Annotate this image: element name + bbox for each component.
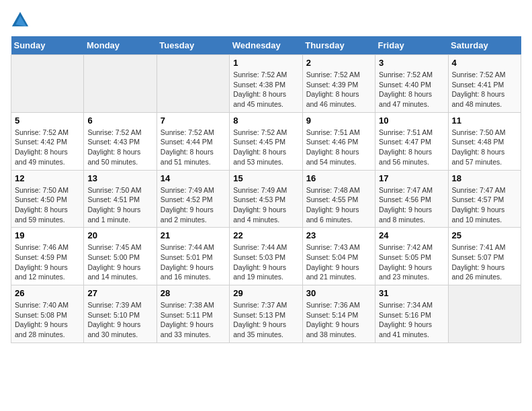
day-info: Sunrise: 7:50 AM Sunset: 4:51 PM Dayligh… [87,185,152,225]
day-number: 4 [452,58,517,68]
calendar-cell: 27Sunrise: 7:39 AM Sunset: 5:10 PM Dayli… [84,285,157,343]
day-info: Sunrise: 7:38 AM Sunset: 5:11 PM Dayligh… [161,300,226,340]
day-info: Sunrise: 7:51 AM Sunset: 4:46 PM Dayligh… [306,128,371,167]
day-info: Sunrise: 7:42 AM Sunset: 5:05 PM Dayligh… [379,242,444,282]
day-info: Sunrise: 7:44 AM Sunset: 5:01 PM Dayligh… [161,242,226,282]
day-info: Sunrise: 7:52 AM Sunset: 4:43 PM Dayligh… [87,128,152,167]
day-info: Sunrise: 7:39 AM Sunset: 5:10 PM Dayligh… [87,300,152,340]
calendar-cell: 19Sunrise: 7:46 AM Sunset: 4:59 PM Dayli… [11,228,84,285]
header-cell-wednesday: Wednesday [230,36,302,55]
day-number: 3 [379,58,444,68]
day-info: Sunrise: 7:49 AM Sunset: 4:53 PM Dayligh… [233,185,298,225]
day-number: 5 [15,116,80,126]
day-number: 8 [233,116,298,126]
day-number: 29 [233,288,298,298]
header-cell-friday: Friday [375,36,448,55]
header-cell-saturday: Saturday [448,36,521,55]
day-number: 21 [161,230,226,240]
day-info: Sunrise: 7:50 AM Sunset: 4:48 PM Dayligh… [452,128,517,167]
day-info: Sunrise: 7:43 AM Sunset: 5:04 PM Dayligh… [306,242,371,282]
calendar-cell: 29Sunrise: 7:37 AM Sunset: 5:13 PM Dayli… [230,285,302,343]
calendar-header-row: SundayMondayTuesdayWednesdayThursdayFrid… [11,36,521,55]
header-cell-sunday: Sunday [11,36,84,55]
calendar-cell: 23Sunrise: 7:43 AM Sunset: 5:04 PM Dayli… [302,228,375,285]
calendar-cell: 26Sunrise: 7:40 AM Sunset: 5:08 PM Dayli… [11,285,84,343]
calendar-cell: 4Sunrise: 7:52 AM Sunset: 4:41 PM Daylig… [448,55,521,113]
day-info: Sunrise: 7:52 AM Sunset: 4:44 PM Dayligh… [161,128,226,167]
day-number: 17 [379,173,444,183]
day-number: 23 [306,230,371,240]
calendar-week-row: 26Sunrise: 7:40 AM Sunset: 5:08 PM Dayli… [11,285,521,343]
calendar-cell: 30Sunrise: 7:36 AM Sunset: 5:14 PM Dayli… [302,285,375,343]
day-info: Sunrise: 7:34 AM Sunset: 5:16 PM Dayligh… [379,300,444,340]
day-info: Sunrise: 7:46 AM Sunset: 4:59 PM Dayligh… [15,242,80,282]
calendar-cell: 3Sunrise: 7:52 AM Sunset: 4:40 PM Daylig… [375,55,448,113]
day-number: 10 [379,116,444,126]
day-number: 30 [306,288,371,298]
calendar-cell: 24Sunrise: 7:42 AM Sunset: 5:05 PM Dayli… [375,228,448,285]
day-number: 18 [452,173,517,183]
calendar-cell: 9Sunrise: 7:51 AM Sunset: 4:46 PM Daylig… [302,112,375,170]
calendar-cell: 8Sunrise: 7:52 AM Sunset: 4:45 PM Daylig… [230,112,302,170]
calendar-week-row: 1Sunrise: 7:52 AM Sunset: 4:38 PM Daylig… [11,55,521,113]
calendar-cell [448,285,521,343]
logo [11,11,32,30]
calendar-cell: 28Sunrise: 7:38 AM Sunset: 5:11 PM Dayli… [157,285,229,343]
day-info: Sunrise: 7:45 AM Sunset: 5:00 PM Dayligh… [87,242,152,282]
day-number: 9 [306,116,371,126]
day-info: Sunrise: 7:51 AM Sunset: 4:47 PM Dayligh… [379,128,444,167]
day-info: Sunrise: 7:37 AM Sunset: 5:13 PM Dayligh… [233,300,298,340]
calendar-cell [11,55,84,113]
day-info: Sunrise: 7:40 AM Sunset: 5:08 PM Dayligh… [15,300,80,340]
day-number: 12 [15,173,80,183]
day-number: 27 [87,288,152,298]
page-header [11,11,521,30]
day-info: Sunrise: 7:49 AM Sunset: 4:52 PM Dayligh… [161,185,226,225]
day-number: 19 [15,230,80,240]
day-number: 1 [233,58,298,68]
calendar-cell: 7Sunrise: 7:52 AM Sunset: 4:44 PM Daylig… [157,112,229,170]
calendar-cell: 16Sunrise: 7:48 AM Sunset: 4:55 PM Dayli… [302,170,375,228]
calendar-cell: 6Sunrise: 7:52 AM Sunset: 4:43 PM Daylig… [84,112,157,170]
calendar-cell: 20Sunrise: 7:45 AM Sunset: 5:00 PM Dayli… [84,228,157,285]
day-number: 26 [15,288,80,298]
calendar-cell: 13Sunrise: 7:50 AM Sunset: 4:51 PM Dayli… [84,170,157,228]
day-info: Sunrise: 7:50 AM Sunset: 4:50 PM Dayligh… [15,185,80,225]
day-number: 6 [87,116,152,126]
day-number: 16 [306,173,371,183]
header-cell-tuesday: Tuesday [157,36,229,55]
calendar-cell: 31Sunrise: 7:34 AM Sunset: 5:16 PM Dayli… [375,285,448,343]
day-number: 13 [87,173,152,183]
logo-icon [11,11,30,30]
header-cell-monday: Monday [84,36,157,55]
calendar-cell: 15Sunrise: 7:49 AM Sunset: 4:53 PM Dayli… [230,170,302,228]
day-number: 7 [161,116,226,126]
day-info: Sunrise: 7:52 AM Sunset: 4:41 PM Dayligh… [452,70,517,109]
day-info: Sunrise: 7:36 AM Sunset: 5:14 PM Dayligh… [306,300,371,340]
day-info: Sunrise: 7:52 AM Sunset: 4:40 PM Dayligh… [379,70,444,109]
day-number: 15 [233,173,298,183]
day-info: Sunrise: 7:41 AM Sunset: 5:07 PM Dayligh… [452,242,517,282]
calendar-week-row: 12Sunrise: 7:50 AM Sunset: 4:50 PM Dayli… [11,170,521,228]
day-info: Sunrise: 7:52 AM Sunset: 4:39 PM Dayligh… [306,70,371,109]
calendar-cell: 25Sunrise: 7:41 AM Sunset: 5:07 PM Dayli… [448,228,521,285]
calendar-cell: 17Sunrise: 7:47 AM Sunset: 4:56 PM Dayli… [375,170,448,228]
calendar-cell: 2Sunrise: 7:52 AM Sunset: 4:39 PM Daylig… [302,55,375,113]
day-info: Sunrise: 7:52 AM Sunset: 4:42 PM Dayligh… [15,128,80,167]
calendar-cell: 1Sunrise: 7:52 AM Sunset: 4:38 PM Daylig… [230,55,302,113]
day-number: 14 [161,173,226,183]
day-number: 11 [452,116,517,126]
day-info: Sunrise: 7:44 AM Sunset: 5:03 PM Dayligh… [233,242,298,282]
calendar-cell: 5Sunrise: 7:52 AM Sunset: 4:42 PM Daylig… [11,112,84,170]
calendar-cell: 12Sunrise: 7:50 AM Sunset: 4:50 PM Dayli… [11,170,84,228]
calendar-table: SundayMondayTuesdayWednesdayThursdayFrid… [11,36,521,343]
header-cell-thursday: Thursday [302,36,375,55]
calendar-week-row: 5Sunrise: 7:52 AM Sunset: 4:42 PM Daylig… [11,112,521,170]
calendar-week-row: 19Sunrise: 7:46 AM Sunset: 4:59 PM Dayli… [11,228,521,285]
day-info: Sunrise: 7:47 AM Sunset: 4:56 PM Dayligh… [379,185,444,225]
day-number: 28 [161,288,226,298]
calendar-cell: 22Sunrise: 7:44 AM Sunset: 5:03 PM Dayli… [230,228,302,285]
day-info: Sunrise: 7:48 AM Sunset: 4:55 PM Dayligh… [306,185,371,225]
calendar-cell: 11Sunrise: 7:50 AM Sunset: 4:48 PM Dayli… [448,112,521,170]
day-number: 31 [379,288,444,298]
